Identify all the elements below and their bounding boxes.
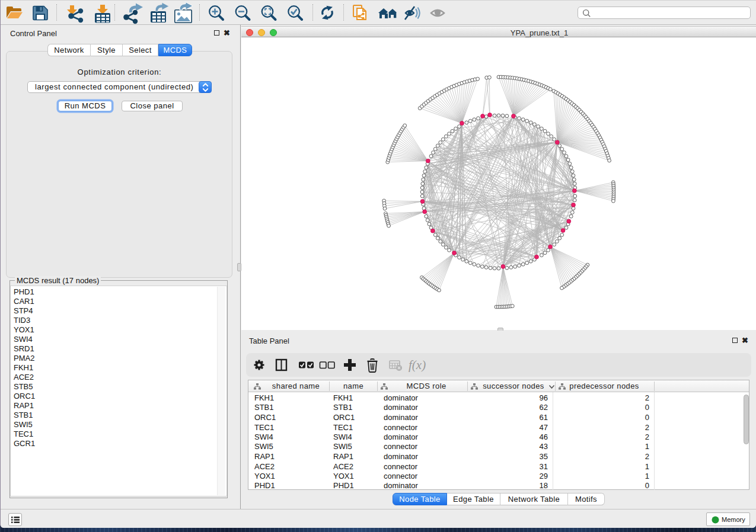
svg-text:f(x): f(x) [409, 358, 426, 372]
